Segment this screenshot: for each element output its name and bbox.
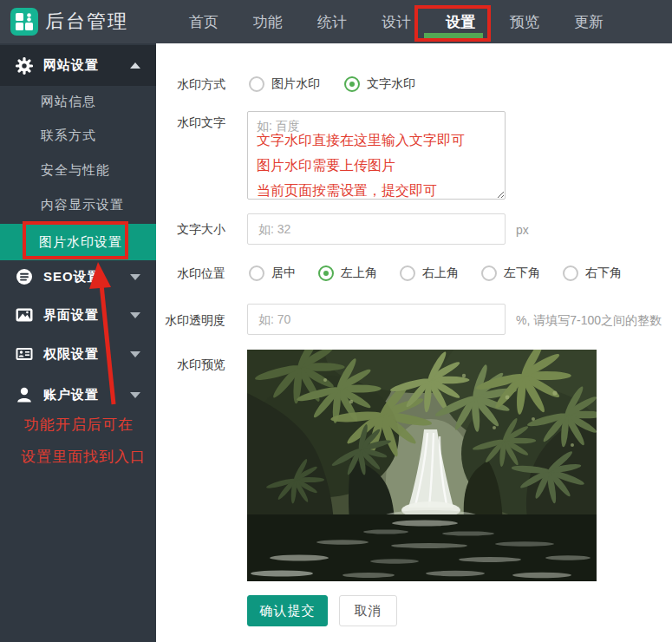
list-circle-icon (16, 268, 33, 285)
chevron-down-icon (130, 312, 140, 318)
watermark-mode-group: 图片水印 文字水印 (249, 76, 415, 92)
sidebar-item-content-display[interactable]: 内容显示设置 (41, 197, 124, 214)
label-watermark-opacity: 水印透明度 (156, 313, 225, 329)
app-logo[interactable]: 后台管理 (10, 8, 128, 36)
sidebar-item-security[interactable]: 安全与性能 (41, 162, 110, 180)
nav-item-preview[interactable]: 预览 (509, 12, 540, 32)
text-size-input[interactable] (247, 213, 506, 245)
sidebar-section-label: SEO设置 (43, 269, 101, 285)
watermark-position-group: 居中 左上角 右上角 左下角 右下角 (249, 265, 622, 281)
sidebar-item-site-info[interactable]: 网站信息 (41, 94, 96, 111)
chevron-up-icon (130, 62, 140, 69)
radio-label: 左上角 (341, 265, 377, 281)
label-watermark-mode: 水印方式 (156, 77, 225, 93)
sidebar-section-label: 权限设置 (43, 346, 99, 363)
opacity-input[interactable] (247, 304, 506, 335)
radio-label: 右下角 (585, 265, 622, 281)
sidebar-section-website-settings[interactable]: 网站设置 (0, 45, 156, 86)
sidebar-section-label: 界面设置 (43, 307, 99, 324)
radio-position-top-right[interactable]: 右上角 (400, 265, 459, 281)
label-watermark-preview: 水印预览 (156, 357, 225, 373)
submit-button[interactable]: 确认提交 (247, 595, 328, 626)
main-menu: 首页 功能 统计 设计 设置 预览 更新 (188, 0, 604, 43)
chevron-down-icon (130, 274, 140, 280)
sidebar-section-label: 网站设置 (43, 57, 99, 74)
id-card-icon (16, 345, 33, 363)
radio-label: 文字水印 (367, 76, 415, 92)
app-logo-icon (10, 8, 38, 36)
sidebar-section-account[interactable]: 账户设置 (0, 382, 156, 408)
radio-text-watermark[interactable]: 文字水印 (344, 76, 415, 92)
radio-icon (344, 76, 360, 92)
label-watermark-text: 水印文字 (156, 115, 225, 131)
text-size-unit: px (516, 223, 529, 237)
sidebar-item-image-watermark[interactable]: 图片水印设置 (0, 224, 156, 260)
nav-item-settings[interactable]: 设置 (445, 12, 476, 32)
radio-icon (249, 76, 264, 92)
watermark-preview-image (247, 350, 597, 581)
nav-item-home[interactable]: 首页 (188, 12, 219, 32)
label-watermark-position: 水印位置 (156, 266, 225, 282)
radio-position-bottom-left[interactable]: 左下角 (481, 265, 540, 281)
radio-icon (318, 265, 334, 281)
radio-image-watermark[interactable]: 图片水印 (249, 76, 320, 92)
sidebar-section-seo[interactable]: SEO设置 (0, 264, 156, 290)
radio-label: 左下角 (504, 265, 540, 281)
chevron-down-icon (130, 392, 140, 398)
user-icon (16, 386, 33, 403)
sidebar-item-label: 图片水印设置 (39, 234, 122, 251)
radio-icon (400, 265, 415, 281)
top-navbar: 后台管理 首页 功能 统计 设计 设置 预览 更新 (0, 0, 672, 43)
radio-position-center[interactable]: 居中 (249, 265, 296, 281)
label-text-size: 文字大小 (156, 222, 225, 238)
watermark-text-input[interactable] (247, 111, 506, 200)
active-tab-underline (424, 33, 483, 40)
app-title: 后台管理 (45, 9, 128, 35)
radio-label: 图片水印 (271, 76, 320, 92)
radio-position-top-left[interactable]: 左上角 (318, 265, 377, 281)
opacity-hint: %, 请填写7-100之间的整数 (516, 313, 662, 329)
radio-position-bottom-right[interactable]: 右下角 (563, 265, 622, 281)
chevron-down-icon (130, 351, 140, 357)
sidebar-section-label: 账户设置 (43, 387, 99, 403)
sidebar-section-interface[interactable]: 界面设置 (0, 302, 156, 328)
radio-label: 居中 (271, 265, 296, 281)
sidebar-annotation-line1: 功能开启后可在 (24, 415, 134, 435)
radio-icon (481, 265, 497, 281)
gear-icon (16, 57, 33, 75)
cancel-button[interactable]: 取消 (339, 595, 397, 626)
image-icon (16, 306, 33, 324)
sidebar: 网站设置 网站信息 联系方式 安全与性能 内容显示设置 图片水印设置 SEO设置 (0, 43, 156, 642)
radio-icon (249, 265, 264, 281)
radio-label: 右上角 (422, 265, 459, 281)
sidebar-section-permissions[interactable]: 权限设置 (0, 341, 156, 367)
sidebar-annotation-line2: 设置里面找到入口 (21, 447, 146, 467)
nav-item-statistics[interactable]: 统计 (316, 12, 348, 32)
sidebar-item-contact[interactable]: 联系方式 (41, 128, 96, 145)
nav-item-features[interactable]: 功能 (252, 12, 284, 32)
nav-item-design[interactable]: 设计 (381, 12, 412, 32)
radio-icon (563, 265, 578, 281)
nav-item-update[interactable]: 更新 (573, 12, 604, 32)
